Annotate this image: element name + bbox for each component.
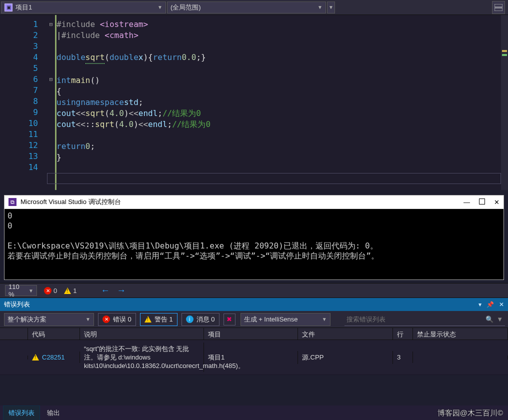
filter-messages-label: 消息 0 (196, 315, 215, 324)
close-button[interactable]: ✕ (494, 198, 500, 206)
scope-dropdown-label: (全局范围) (170, 3, 201, 12)
chevron-down-icon: ▼ (86, 316, 90, 322)
col-desc[interactable]: 说明 (80, 328, 204, 340)
chevron-down-icon: ▼ (496, 316, 503, 323)
watermark: 博客园@木三百川© (438, 408, 503, 418)
error-list-toolbar: 整个解决方案 ▼ ✕ 错误 0 警告 1 i 消息 0 ✖ 生成 + Intel… (0, 311, 508, 328)
svg-rect-1 (494, 8, 502, 11)
error-file: 源.CPP (298, 351, 393, 364)
filter-warnings-label: 警告 1 (154, 315, 173, 324)
bottom-tab-strip: 错误列表 输出 (0, 406, 508, 420)
current-line-highlight (47, 173, 501, 184)
info-icon: i (186, 316, 194, 323)
filter-messages-button[interactable]: i 消息 0 (182, 313, 220, 326)
maximize-button[interactable] (479, 198, 485, 204)
error-indicator[interactable]: ✕ 0 (44, 287, 57, 294)
minimize-button[interactable]: — (464, 198, 470, 206)
grid-header[interactable]: 代码 说明 项目 文件 行 禁止显示状态 (0, 328, 508, 340)
debug-console-window: ⧉ Microsoft Visual Studio 调试控制台 — ✕ 0 0 … (4, 195, 504, 280)
chevron-down-icon: ▼ (28, 288, 34, 294)
warning-icon (64, 288, 71, 294)
error-row[interactable]: C28251 “sqrt”的批注不一致: 此实例包含 无批注。请参见 d:\wi… (0, 340, 508, 375)
member-dropdown[interactable]: ▼ (327, 2, 335, 14)
line-number-gutter: 1234567891011121314 (0, 15, 47, 190)
svg-rect-0 (494, 4, 502, 7)
zoom-value: 110 % (8, 283, 26, 298)
code-area[interactable]: #include <iostream> |#include <cmath> do… (55, 15, 508, 190)
scope-dropdown[interactable]: 整个解决方案 ▼ (4, 313, 94, 326)
pin-icon[interactable]: 📌 (486, 301, 494, 308)
console-titlebar[interactable]: ⧉ Microsoft Visual Studio 调试控制台 — ✕ (4, 196, 504, 209)
nav-fwd-button[interactable]: → (116, 286, 126, 296)
search-icon: 🔍 (486, 316, 494, 323)
error-count: 0 (54, 287, 57, 294)
warning-count: 1 (73, 287, 76, 294)
filter-errors-label: 错误 0 (113, 315, 132, 324)
source-dropdown[interactable]: 生成 + IntelliSense ▼ (240, 313, 330, 326)
col-line[interactable]: 行 (393, 328, 413, 340)
error-list-header[interactable]: 错误列表 ▾ 📌 ✕ (0, 298, 508, 311)
error-desc: “sqrt”的批注不一致: 此实例包含 无批注。请参见 d:\windows k… (80, 342, 204, 372)
scope-dropdown[interactable]: (全局范围) ▼ (167, 2, 326, 14)
chevron-down-icon: ▼ (158, 4, 162, 10)
close-icon[interactable]: ✕ (499, 301, 504, 308)
clear-filter-button[interactable]: ✖ (224, 314, 236, 326)
warning-icon (144, 316, 152, 322)
console-title: Microsoft Visual Studio 调试控制台 (20, 198, 121, 206)
tab-output[interactable]: 输出 (42, 406, 65, 420)
error-icon: ✕ (44, 287, 52, 294)
clear-filter-icon: ✖ (226, 316, 232, 323)
zoom-dropdown[interactable]: 110 % ▼ (5, 285, 37, 296)
split-view-button[interactable] (492, 1, 505, 14)
error-line: 3 (393, 352, 413, 363)
filter-warnings-button[interactable]: 警告 1 (140, 313, 178, 326)
col-file[interactable]: 文件 (298, 328, 393, 340)
error-search-input[interactable] (346, 316, 486, 323)
error-icon: ✕ (102, 316, 110, 323)
console-output[interactable]: 0 0 E:\Cworkspace\VS2019\训练\项目1\Debug\项目… (4, 209, 504, 280)
error-list-title: 错误列表 (4, 300, 30, 309)
error-list-grid: 代码 说明 项目 文件 行 禁止显示状态 C28251 “sqrt”的批注不一致… (0, 328, 508, 375)
code-editor[interactable]: 1234567891011121314 ⊟ ⊟ #include <iostre… (0, 15, 508, 190)
warning-icon (32, 354, 39, 360)
nav-back-button[interactable]: ← (100, 286, 110, 296)
error-suppress (413, 356, 508, 360)
chevron-down-icon: ▼ (328, 4, 334, 10)
col-project[interactable]: 项目 (204, 328, 298, 340)
editor-scrollbar[interactable] (501, 15, 508, 190)
tab-error-list[interactable]: 错误列表 (3, 406, 40, 420)
panel-menu-button[interactable]: ▾ (478, 301, 482, 308)
vs-icon: ⧉ (8, 198, 16, 206)
top-nav-bar: ▣ 项目1 ▼ (全局范围) ▼ ▼ (0, 0, 508, 15)
scope-label: 整个解决方案 (8, 315, 46, 324)
project-icon: ▣ (4, 4, 12, 12)
fold-column[interactable]: ⊟ ⊟ (47, 15, 55, 190)
col-code[interactable]: 代码 (28, 328, 80, 340)
project-dropdown[interactable]: ▣ 项目1 ▼ (1, 2, 166, 14)
filter-errors-button[interactable]: ✕ 错误 0 (98, 313, 136, 326)
error-project: 项目1 (204, 351, 298, 364)
error-code: C28251 (42, 354, 65, 361)
project-dropdown-label: 项目1 (16, 3, 32, 12)
source-label: 生成 + IntelliSense (244, 315, 298, 324)
error-search-box[interactable]: 🔍 ▼ (344, 313, 505, 326)
chevron-down-icon: ▼ (322, 316, 327, 322)
chevron-down-icon: ▼ (318, 4, 322, 10)
col-suppress[interactable]: 禁止显示状态 (413, 328, 508, 340)
warning-indicator[interactable]: 1 (64, 287, 76, 294)
editor-status-bar: 110 % ▼ ✕ 0 1 ← → (0, 283, 508, 298)
